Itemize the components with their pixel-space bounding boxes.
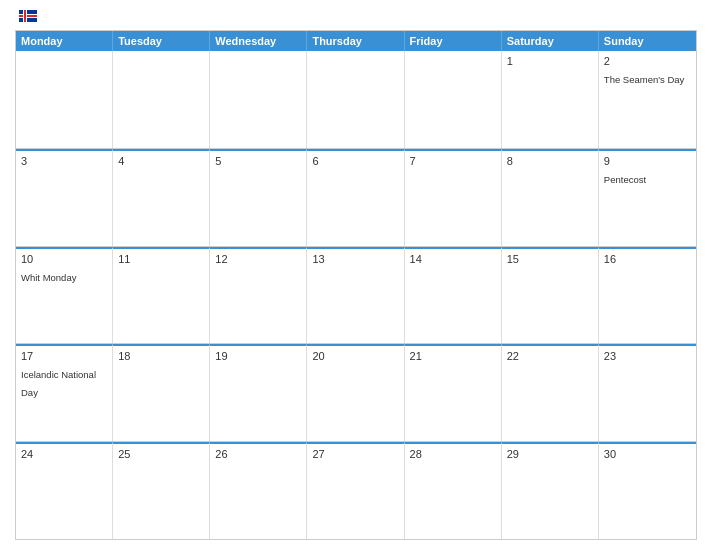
header-day-friday: Friday bbox=[405, 31, 502, 51]
calendar-cell: 23 bbox=[599, 344, 696, 441]
calendar-cell bbox=[113, 51, 210, 148]
calendar-cell: 9Pentecost bbox=[599, 149, 696, 246]
svg-rect-2 bbox=[19, 15, 37, 17]
header-day-tuesday: Tuesday bbox=[113, 31, 210, 51]
calendar-cell: 10Whit Monday bbox=[16, 247, 113, 344]
day-number: 1 bbox=[507, 55, 593, 67]
day-number: 11 bbox=[118, 253, 204, 265]
holiday-name: Icelandic National Day bbox=[21, 369, 96, 398]
day-number: 17 bbox=[21, 350, 107, 362]
day-number: 14 bbox=[410, 253, 496, 265]
day-number: 16 bbox=[604, 253, 691, 265]
day-number: 3 bbox=[21, 155, 107, 167]
holiday-name: Whit Monday bbox=[21, 272, 76, 283]
calendar-cell: 1 bbox=[502, 51, 599, 148]
day-number: 7 bbox=[410, 155, 496, 167]
day-number: 27 bbox=[312, 448, 398, 460]
holiday-name: Pentecost bbox=[604, 174, 646, 185]
page: MondayTuesdayWednesdayThursdayFridaySatu… bbox=[0, 0, 712, 550]
day-number: 24 bbox=[21, 448, 107, 460]
calendar-cell: 2The Seamen's Day bbox=[599, 51, 696, 148]
calendar-cell: 8 bbox=[502, 149, 599, 246]
header-day-wednesday: Wednesday bbox=[210, 31, 307, 51]
day-number: 28 bbox=[410, 448, 496, 460]
header bbox=[15, 10, 697, 22]
calendar-cell: 7 bbox=[405, 149, 502, 246]
calendar-row: 17Icelandic National Day181920212223 bbox=[16, 344, 696, 442]
day-number: 21 bbox=[410, 350, 496, 362]
day-number: 4 bbox=[118, 155, 204, 167]
calendar-row: 3456789Pentecost bbox=[16, 149, 696, 247]
logo bbox=[15, 10, 39, 22]
calendar: MondayTuesdayWednesdayThursdayFridaySatu… bbox=[15, 30, 697, 540]
header-day-thursday: Thursday bbox=[307, 31, 404, 51]
calendar-row: 10Whit Monday111213141516 bbox=[16, 247, 696, 345]
calendar-body: 12The Seamen's Day3456789Pentecost10Whit… bbox=[16, 51, 696, 539]
calendar-cell: 3 bbox=[16, 149, 113, 246]
day-number: 18 bbox=[118, 350, 204, 362]
day-number: 6 bbox=[312, 155, 398, 167]
calendar-row: 24252627282930 bbox=[16, 442, 696, 539]
calendar-cell: 16 bbox=[599, 247, 696, 344]
holiday-name: The Seamen's Day bbox=[604, 74, 685, 85]
day-number: 8 bbox=[507, 155, 593, 167]
day-number: 12 bbox=[215, 253, 301, 265]
calendar-cell: 24 bbox=[16, 442, 113, 539]
day-number: 5 bbox=[215, 155, 301, 167]
day-number: 25 bbox=[118, 448, 204, 460]
calendar-cell: 20 bbox=[307, 344, 404, 441]
day-number: 10 bbox=[21, 253, 107, 265]
day-number: 19 bbox=[215, 350, 301, 362]
calendar-cell: 27 bbox=[307, 442, 404, 539]
calendar-cell: 30 bbox=[599, 442, 696, 539]
day-number: 23 bbox=[604, 350, 691, 362]
day-number: 9 bbox=[604, 155, 691, 167]
day-number: 20 bbox=[312, 350, 398, 362]
calendar-cell: 14 bbox=[405, 247, 502, 344]
calendar-cell: 12 bbox=[210, 247, 307, 344]
day-number: 30 bbox=[604, 448, 691, 460]
calendar-cell: 29 bbox=[502, 442, 599, 539]
calendar-cell: 4 bbox=[113, 149, 210, 246]
calendar-cell bbox=[307, 51, 404, 148]
header-day-sunday: Sunday bbox=[599, 31, 696, 51]
header-day-monday: Monday bbox=[16, 31, 113, 51]
calendar-cell bbox=[405, 51, 502, 148]
day-number: 22 bbox=[507, 350, 593, 362]
calendar-cell bbox=[16, 51, 113, 148]
calendar-cell: 21 bbox=[405, 344, 502, 441]
calendar-row: 12The Seamen's Day bbox=[16, 51, 696, 149]
calendar-cell: 13 bbox=[307, 247, 404, 344]
calendar-cell: 17Icelandic National Day bbox=[16, 344, 113, 441]
calendar-cell: 22 bbox=[502, 344, 599, 441]
day-number: 2 bbox=[604, 55, 691, 67]
calendar-cell: 6 bbox=[307, 149, 404, 246]
calendar-cell: 25 bbox=[113, 442, 210, 539]
calendar-cell: 18 bbox=[113, 344, 210, 441]
day-number: 26 bbox=[215, 448, 301, 460]
day-number: 13 bbox=[312, 253, 398, 265]
calendar-cell: 15 bbox=[502, 247, 599, 344]
calendar-header: MondayTuesdayWednesdayThursdayFridaySatu… bbox=[16, 31, 696, 51]
svg-rect-4 bbox=[24, 10, 26, 22]
calendar-cell: 19 bbox=[210, 344, 307, 441]
calendar-cell: 11 bbox=[113, 247, 210, 344]
calendar-cell: 26 bbox=[210, 442, 307, 539]
day-number: 15 bbox=[507, 253, 593, 265]
calendar-cell: 5 bbox=[210, 149, 307, 246]
calendar-cell bbox=[210, 51, 307, 148]
calendar-cell: 28 bbox=[405, 442, 502, 539]
header-day-saturday: Saturday bbox=[502, 31, 599, 51]
logo-flag-icon bbox=[19, 10, 37, 22]
day-number: 29 bbox=[507, 448, 593, 460]
